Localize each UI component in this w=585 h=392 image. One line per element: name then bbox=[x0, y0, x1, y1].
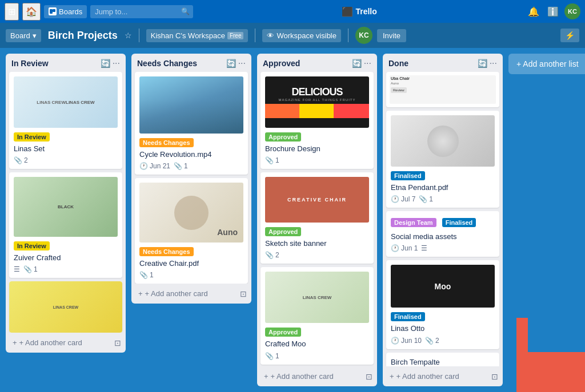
attachment-count: 📎 1 bbox=[23, 265, 38, 273]
template-icon[interactable]: ⊡ bbox=[366, 372, 372, 381]
card-uba-chair[interactable]: Uba Chair Auno Review bbox=[386, 72, 499, 107]
card-image: CREATIVE CHAIR bbox=[265, 177, 369, 223]
boards-button[interactable]: Boards bbox=[44, 5, 87, 18]
card-linas-set[interactable]: LINAS CREW In Review Linas Set 📎 2 bbox=[9, 72, 122, 169]
board-menu-label: Board bbox=[10, 31, 30, 40]
add-card-label: + Add another card bbox=[396, 372, 459, 381]
board-menu-button[interactable]: Board ▾ bbox=[6, 29, 41, 42]
card-social-media[interactable]: Design Team Finalised Social media asset… bbox=[386, 211, 499, 257]
invite-label: Invite bbox=[383, 31, 400, 40]
search-icon: 🔍 bbox=[181, 7, 190, 15]
add-card-button[interactable]: + + Add another card bbox=[136, 287, 210, 300]
card-image: LINAS CREW bbox=[265, 272, 369, 323]
card-meta: 📎 1 bbox=[139, 271, 243, 279]
board-header-right: ⚡ bbox=[560, 29, 579, 42]
invite-button[interactable]: Invite bbox=[377, 29, 406, 42]
attachment-count: 📎 1 bbox=[419, 195, 433, 203]
clock-icon: 🕐 bbox=[139, 162, 148, 170]
list-menu-icon[interactable]: ··· bbox=[490, 58, 497, 68]
card-linas-bottom[interactable]: LINAS CREW bbox=[9, 281, 122, 333]
due-date: 🕐 Jun 1 bbox=[391, 244, 418, 252]
list-in-review-header: In Review 🔄 ··· bbox=[6, 54, 126, 72]
refresh-icon[interactable]: 🔄 bbox=[101, 59, 110, 68]
star-icon[interactable]: ☆ bbox=[125, 31, 132, 40]
add-card-button[interactable]: + + Add another card bbox=[10, 336, 85, 349]
card-title: Birch Tempalte bbox=[391, 357, 495, 366]
card-title: Linas Otto bbox=[391, 324, 495, 334]
eye-icon: 👁 bbox=[267, 31, 274, 40]
card-image: LINAS CREW bbox=[14, 76, 118, 128]
clock-icon: 🕐 bbox=[391, 195, 399, 203]
home-icon[interactable]: 🏠 bbox=[22, 3, 41, 21]
list-in-review-footer: + + Add another card ⊡ bbox=[6, 333, 126, 353]
nav-center: ⬛ Trello bbox=[197, 6, 522, 17]
list-approved-title: Approved bbox=[263, 59, 300, 68]
card-image bbox=[391, 115, 495, 167]
list-menu-icon[interactable]: ··· bbox=[364, 58, 371, 68]
attachment-count: 📎 2 bbox=[14, 156, 28, 164]
card-meta: 🕐 Jun 10 📎 2 bbox=[391, 337, 495, 345]
card-creative-chair[interactable]: Auno Needs Changes Creative Chair.pdf 📎 … bbox=[135, 178, 248, 284]
card-image: DELICIOUS MAGAZINE FOR ALL THINGS FRUITY bbox=[265, 76, 369, 128]
list-menu-icon[interactable]: ··· bbox=[238, 58, 246, 68]
grid-icon[interactable]: ⊞ bbox=[5, 3, 19, 21]
list-menu-icon[interactable]: ··· bbox=[113, 58, 120, 68]
visibility-label: Workspace visible bbox=[277, 31, 336, 40]
board-header: Board ▾ Birch Projects ☆ Kishan C's Work… bbox=[0, 23, 585, 48]
info-icon[interactable]: ℹ️ bbox=[545, 4, 561, 19]
card-meta: ☰ 📎 1 bbox=[14, 265, 118, 273]
template-icon[interactable]: ⊡ bbox=[114, 338, 121, 347]
visibility-button[interactable]: 👁 Workspace visible bbox=[262, 29, 341, 42]
card-zuiver[interactable]: BLACK In Review Zuiver Crafted ☰ 📎 1 bbox=[9, 172, 122, 278]
list-in-review: In Review 🔄 ··· LINAS CREW In Review Lin… bbox=[6, 54, 126, 353]
card-etna[interactable]: Finalised Etna Pendant.pdf 🕐 Jul 7 📎 1 bbox=[386, 111, 499, 208]
add-card-button[interactable]: + + Add another card bbox=[262, 370, 336, 383]
power-ups-button[interactable]: ⚡ bbox=[560, 29, 579, 42]
add-card-label: + Add another card bbox=[271, 372, 334, 381]
user-avatar[interactable]: KC bbox=[564, 3, 580, 19]
add-list-button[interactable]: + Add another list bbox=[508, 54, 585, 74]
card-cycle[interactable]: Needs Changes Cycle Revolution.mp4 🕐 Jun… bbox=[135, 72, 248, 175]
list-header-right: 🔄 ··· bbox=[226, 58, 246, 68]
list-approved-header: Approved 🔄 ··· bbox=[257, 54, 377, 72]
status-badge: Needs Changes bbox=[139, 247, 194, 256]
list-approved-footer: + + Add another card ⊡ bbox=[257, 366, 377, 386]
add-card-button[interactable]: + + Add another card bbox=[387, 370, 462, 383]
trello-logo: ⬛ Trello bbox=[342, 6, 376, 17]
template-icon[interactable]: ⊡ bbox=[491, 372, 498, 381]
notifications-icon[interactable]: 🔔 bbox=[526, 4, 542, 19]
card-meta: 📎 2 bbox=[14, 156, 118, 164]
workspace-button[interactable]: Kishan C's Workspace Free bbox=[146, 29, 249, 42]
template-icon[interactable]: ⊡ bbox=[240, 289, 247, 298]
refresh-icon[interactable]: 🔄 bbox=[478, 59, 487, 68]
divider bbox=[139, 29, 139, 42]
card-meta: 📎 1 bbox=[265, 352, 369, 360]
card-title: Cycle Revolution.mp4 bbox=[139, 149, 243, 160]
paperclip-icon: 📎 bbox=[425, 337, 434, 345]
card-image: BLACK bbox=[14, 177, 118, 237]
card-title: Sketch site banner bbox=[265, 239, 369, 249]
search-wrapper: 🔍 bbox=[90, 5, 193, 18]
checklist-icon: ☰ bbox=[421, 244, 427, 252]
card-brochure[interactable]: DELICIOUS MAGAZINE FOR ALL THINGS FRUITY… bbox=[261, 72, 374, 169]
team-badge: Design Team bbox=[391, 218, 436, 227]
card-birch-template[interactable]: Birch Tempalte bbox=[386, 353, 499, 366]
search-input[interactable] bbox=[90, 5, 193, 18]
card-crafted-moo[interactable]: LINAS CREW Approved Crafted Moo 📎 1 bbox=[261, 267, 374, 364]
paperclip-icon: 📎 bbox=[419, 195, 427, 203]
card-moo-lamp[interactable]: Moo Finalised Linas Otto 🕐 Jun 10 📎 2 bbox=[386, 260, 499, 349]
clock-icon: 🕐 bbox=[391, 337, 399, 345]
attachment-count: 📎 1 bbox=[139, 271, 154, 279]
attachment-count: 📎 1 bbox=[265, 352, 279, 360]
list-done-header: Done 🔄 ··· bbox=[383, 54, 503, 72]
list-header-right: 🔄 ··· bbox=[352, 58, 371, 68]
member-avatar[interactable]: KC bbox=[355, 27, 372, 44]
top-nav: ⊞ 🏠 Boards 🔍 ⬛ Trello 🔔 ℹ️ KC bbox=[0, 0, 585, 23]
list-needs-changes-cards: Needs Changes Cycle Revolution.mp4 🕐 Jun… bbox=[131, 72, 251, 284]
refresh-icon[interactable]: 🔄 bbox=[226, 59, 236, 68]
paperclip-icon: 📎 bbox=[139, 271, 148, 279]
list-header-right: 🔄 ··· bbox=[101, 58, 120, 68]
list-needs-changes-header: Needs Changes 🔄 ··· bbox=[131, 54, 251, 72]
refresh-icon[interactable]: 🔄 bbox=[352, 59, 362, 68]
card-sketch-banner[interactable]: CREATIVE CHAIR Approved Sketch site bann… bbox=[261, 172, 374, 264]
